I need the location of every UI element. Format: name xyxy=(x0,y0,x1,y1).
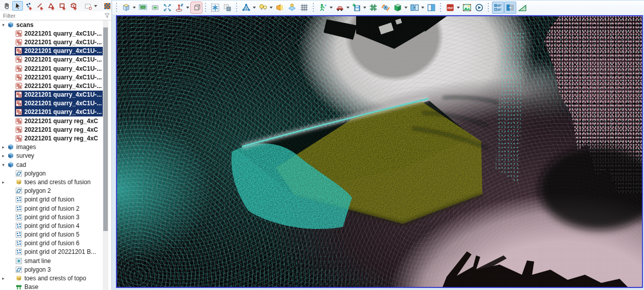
tree-item-images[interactable]: ▸images xyxy=(0,143,103,152)
tree-item-toes-and-crests-of-topo[interactable]: ▸toes and crests of topo xyxy=(0,274,103,282)
tree-item-20221201-quarry-4xc1u[interactable]: 20221201 quarry_4xC1U-... xyxy=(0,99,103,108)
pan-hand-button[interactable] xyxy=(1,1,12,11)
tree-scrollbar-thumb[interactable] xyxy=(103,27,108,231)
viewport-3d[interactable] xyxy=(116,15,643,288)
expand-arrow-icon[interactable]: ▸ xyxy=(0,180,7,185)
tree-item-point-grid-of-fusion-2[interactable]: point grid of fusion 2 xyxy=(0,204,103,213)
walk-mode-button[interactable] xyxy=(317,2,329,14)
select-cursor-button[interactable] xyxy=(12,1,23,11)
expand-arrow-icon[interactable]: ▸ xyxy=(0,144,7,150)
tree-item-point-grid-of-20221201-b[interactable]: point grid of 20221201 B... xyxy=(0,248,103,256)
chevron-down-icon[interactable] xyxy=(346,7,349,9)
toolbar-drag-handle[interactable] xyxy=(487,2,490,13)
dither-pattern-button[interactable] xyxy=(102,1,112,11)
save-view-button[interactable] xyxy=(350,2,363,14)
tree-item-point-grid-of-fusion-6[interactable]: point grid of fusion 6 xyxy=(0,239,103,248)
select-points-button[interactable] xyxy=(23,1,34,11)
spotlight-button[interactable] xyxy=(274,2,286,14)
plan-view-z-axis-button[interactable] xyxy=(173,2,186,14)
tree-item-20221201-quarry-4xc1u[interactable]: 20221201 quarry_4xC1U-... xyxy=(0,47,103,55)
selection-mode-button[interactable] xyxy=(209,2,221,14)
filter-input[interactable] xyxy=(2,12,104,19)
chevron-down-icon[interactable] xyxy=(457,7,460,9)
bounding-cube-button[interactable] xyxy=(190,2,202,14)
tree-item-polygon[interactable]: polygon xyxy=(0,169,103,178)
tree-item-cad[interactable]: ▾cad xyxy=(0,160,103,169)
tree-item-20221201-quarry-4xc1u[interactable]: 20221201 quarry_4xC1U-... xyxy=(0,64,103,73)
tree-item-20221201-quarry-reg-4xc[interactable]: 20221201 quarry reg_4xC xyxy=(0,134,103,142)
sync-panes-button[interactable] xyxy=(504,2,516,14)
tree-item-20221201-quarry-4xc1u[interactable]: 20221201 quarry_4xC1U-... xyxy=(0,38,103,46)
tree-scrollbar[interactable] xyxy=(103,20,108,290)
toolbar-drag-handle[interactable] xyxy=(439,2,443,13)
lighting-button[interactable] xyxy=(257,2,269,14)
tree-item-20221201-quarry-reg-4xc[interactable]: 20221201 quarry reg_4xC xyxy=(0,117,103,125)
export-pdf-button[interactable]: PDF xyxy=(444,2,456,14)
snapshot-image-button[interactable] xyxy=(461,2,473,14)
select-polygon-button[interactable] xyxy=(46,1,56,11)
tree-item-point-grid-of-fusion-5[interactable]: point grid of fusion 5 xyxy=(0,230,103,239)
expand-arrow-icon[interactable]: ▸ xyxy=(0,276,7,281)
drive-mode-button[interactable] xyxy=(334,2,346,14)
tree-item-20221201-quarry-4xc1u[interactable]: 20221201 quarry_4xC1U-... xyxy=(0,81,103,90)
chevron-down-icon[interactable] xyxy=(253,7,256,9)
chevron-down-icon[interactable] xyxy=(133,7,136,9)
split-view-horizontal-button[interactable] xyxy=(408,2,421,14)
tree-item-label: 20221201 quarry_4xC1U-... xyxy=(24,30,102,37)
solid-render-cube-button[interactable] xyxy=(392,2,404,14)
chevron-down-icon[interactable] xyxy=(404,7,407,9)
tree-item-survey[interactable]: ▸survey xyxy=(0,152,103,160)
select-marquee-button[interactable] xyxy=(82,1,93,11)
tree-item-label: point grid of fusion 6 xyxy=(24,240,79,247)
toolbar-drag-handle[interactable] xyxy=(115,2,119,13)
draw-grid-button[interactable] xyxy=(298,2,310,14)
tree-item-20221201-quarry-4xc1u[interactable]: 20221201 quarry_4xC1U-... xyxy=(0,29,103,38)
tree-item-content: Base xyxy=(15,283,103,290)
cad-network-button[interactable] xyxy=(240,2,252,14)
shading-button[interactable] xyxy=(286,2,298,14)
display-window-button[interactable] xyxy=(137,2,149,14)
chevron-down-icon[interactable] xyxy=(421,7,424,9)
select-rectangle-button[interactable] xyxy=(57,1,68,11)
chevron-down-icon[interactable] xyxy=(363,7,366,9)
play-animation-button[interactable] xyxy=(473,2,485,14)
grid-snap-button[interactable] xyxy=(367,2,379,14)
select-line-button[interactable] xyxy=(35,1,45,11)
scan-icon xyxy=(15,47,22,54)
chevron-down-icon[interactable] xyxy=(330,7,333,9)
toolbar-drag-handle[interactable] xyxy=(312,2,315,13)
tree-item-polygon-3[interactable]: polygon 3 xyxy=(0,265,103,274)
zoom-extents-button[interactable] xyxy=(161,2,173,14)
tree-item-scans[interactable]: ▾scans xyxy=(0,20,103,29)
smartline-icon xyxy=(15,257,22,265)
orbit-view-button[interactable] xyxy=(379,2,392,14)
tree-item-content: scans xyxy=(7,20,103,29)
tree-item-20221201-quarry-4xc1u[interactable]: 20221201 quarry_4xC1U-... xyxy=(0,55,103,64)
tree-item-polygon-2[interactable]: polygon 2 xyxy=(0,187,103,195)
tree-item-point-grid-of-fusion-3[interactable]: point grid of fusion 3 xyxy=(0,213,103,221)
toolbar-drag-handle[interactable] xyxy=(235,2,239,13)
collapse-arrow-icon[interactable]: ▾ xyxy=(0,22,7,27)
chevron-down-icon[interactable] xyxy=(270,7,273,9)
chevron-down-icon[interactable] xyxy=(186,7,189,9)
tree-item-toes-and-crests-of-fusion[interactable]: ▸toes and crests of fusion xyxy=(0,178,103,186)
tree-item-20221201-quarry-4xc1u[interactable]: 20221201 quarry_4xC1U-... xyxy=(0,91,103,99)
tree-item-smart-line[interactable]: smart line xyxy=(0,256,103,265)
tree-item-point-grid-of-fusion-4[interactable]: point grid of fusion 4 xyxy=(0,221,103,230)
tree-item-base[interactable]: Base xyxy=(0,283,103,290)
split-view-vertical-button[interactable] xyxy=(425,2,437,14)
view-orientation-cube-button[interactable] xyxy=(120,2,132,14)
base-plane-button[interactable] xyxy=(516,2,529,14)
collapse-arrow-icon[interactable]: ▾ xyxy=(0,162,7,167)
chevron-down-icon[interactable] xyxy=(94,5,97,7)
view-list-button[interactable] xyxy=(492,2,504,14)
tree-item-20221201-quarry-4xc1u[interactable]: 20221201 quarry_4xC1U-... xyxy=(0,108,103,117)
expand-arrow-icon[interactable]: ▸ xyxy=(0,153,7,158)
tree-item-20221201-quarry-4xc1u[interactable]: 20221201 quarry_4xC1U-... xyxy=(0,73,103,81)
tree-item-20221201-quarry-reg-4xc[interactable]: 20221201 quarry reg_4xC xyxy=(0,125,103,134)
tree-item-point-grid-of-fusion[interactable]: point grid of fusion xyxy=(0,195,103,204)
copy-view-button[interactable] xyxy=(221,2,233,14)
toolbar-drag-handle[interactable] xyxy=(204,2,208,13)
display-window-small-button[interactable] xyxy=(149,2,161,14)
select-sphere-button[interactable] xyxy=(68,1,79,11)
